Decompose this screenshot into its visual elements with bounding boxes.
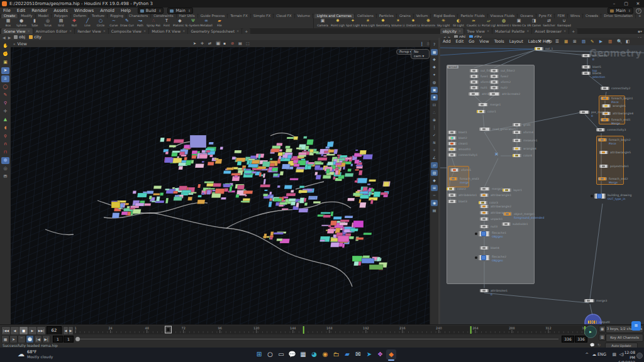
menu-windows[interactable]: Windows <box>71 8 97 14</box>
nav-back-icon[interactable]: ◀ <box>3 35 6 40</box>
shelf-tool-path[interactable]: ↝Path <box>133 18 147 28</box>
node-flag-left[interactable] <box>448 200 449 203</box>
scene-viewport[interactable]: Persp ▾No cam ▾ <box>11 47 430 324</box>
node-merge3[interactable] <box>584 299 594 302</box>
display-toggle-2[interactable]: ❖ <box>431 57 438 63</box>
menu-render[interactable]: Render <box>28 8 50 14</box>
chrome-icon[interactable]: ◉ <box>320 349 330 359</box>
node-flag-left[interactable] <box>480 187 481 190</box>
help-button[interactable]: ? <box>636 8 641 14</box>
close-tab-icon[interactable]: × <box>143 28 146 34</box>
telegram-icon[interactable]: ➤ <box>364 349 374 359</box>
photos-icon[interactable]: ❖ <box>375 349 386 359</box>
divider-handle-icon[interactable]: ┇ <box>421 41 423 46</box>
shelf-tab-crowds[interactable]: Crowds <box>583 14 601 18</box>
display-toggle-5[interactable]: ◍ <box>431 79 438 85</box>
node-blast5[interactable] <box>582 65 591 69</box>
node-flag-left[interactable] <box>479 128 480 131</box>
snapshot-icon[interactable]: ◧ <box>626 39 630 44</box>
node-building_drawing[interactable] <box>594 194 606 199</box>
display-toggle-15[interactable]: ∠ <box>431 155 438 161</box>
node-flag-left[interactable] <box>513 123 514 126</box>
list-view-icon[interactable]: ☰ <box>555 39 559 44</box>
node-flag-left[interactable] <box>535 47 536 50</box>
layout-icon[interactable]: ⛃ <box>1 173 9 180</box>
pose-tool-icon[interactable]: ϙ <box>1 133 9 140</box>
node-flag-left[interactable] <box>582 65 583 69</box>
pane-tab-composite-view[interactable]: Composite View× <box>109 28 148 34</box>
node-wrangle5[interactable] <box>602 104 611 107</box>
file-explorer-icon[interactable]: 🗀 <box>331 349 341 359</box>
shelf-tab-terrain-fx[interactable]: Terrain FX <box>228 14 250 18</box>
lasso-icon[interactable]: ◯ <box>1 84 9 90</box>
shelf-tool-stereo-camera[interactable]: ▣Stereo Camera <box>512 18 526 28</box>
node-flag-left[interactable] <box>479 255 480 260</box>
node-attribcreate2[interactable] <box>489 92 500 96</box>
shelf-tool-gamepad-camera[interactable]: ∪Gamepad Camera <box>557 18 571 28</box>
menu-assets[interactable]: Assets <box>50 8 71 14</box>
touch-keyboard-icon[interactable]: ▤ <box>613 352 616 357</box>
notification-toast-icon[interactable]: ≡ <box>631 321 641 331</box>
node-flag-left[interactable] <box>489 92 490 96</box>
node-flag-left[interactable] <box>598 177 599 180</box>
node-flag-left[interactable] <box>513 147 514 150</box>
node-null2[interactable] <box>490 86 499 89</box>
close-tab-icon[interactable]: × <box>458 28 461 34</box>
shelf-tool-volume-light[interactable]: ✶Volume Light <box>391 18 405 28</box>
build-tools-icon[interactable]: ⚒ <box>538 39 541 44</box>
export-icon[interactable]: ▥ <box>608 39 612 44</box>
dolly-tool-icon[interactable]: ▣ <box>1 59 9 66</box>
maximize-button[interactable]: ▢ <box>620 0 632 8</box>
shelf-tab-fem[interactable]: FEM <box>555 14 567 18</box>
pane-options-icon[interactable]: ▪▾ <box>638 29 642 33</box>
display-toggle-11[interactable]: ┆ <box>431 124 438 131</box>
shelf-tab-constraints[interactable]: Constraints <box>151 14 175 18</box>
tray-caret[interactable]: ^ <box>586 352 589 357</box>
edge-icon[interactable]: ◕ <box>309 349 319 359</box>
display-toggle-8[interactable]: ⊡ <box>431 102 438 108</box>
node-blast1[interactable] <box>448 131 457 134</box>
node-flag-left[interactable] <box>594 194 596 199</box>
node-wrangle4[interactable] <box>513 147 521 150</box>
shelf-tool-gi-light[interactable]: ◐GI Light <box>452 18 465 28</box>
shelf-tab-simple-fx[interactable]: Simple FX <box>251 14 273 18</box>
node-attribnoise1[interactable] <box>480 289 489 292</box>
node-flag-left[interactable] <box>480 289 481 292</box>
pane-tab-geometry-spreadsheet[interactable]: Geometry Spreadsheet× <box>188 28 242 34</box>
display-toggle-4[interactable]: ✦ <box>431 72 438 78</box>
node-flag-left[interactable] <box>598 138 599 141</box>
shelf-tool-platonic-solids[interactable]: ◆Platonic Solids <box>173 18 187 28</box>
shelf-tool-box[interactable]: ▦Box <box>1 18 15 28</box>
node-flag-left[interactable] <box>513 131 514 134</box>
shelf-tool-portal-light[interactable]: ▱Portal Light <box>482 18 496 28</box>
node-connectivity2[interactable] <box>601 87 609 90</box>
shelf-tab-grains[interactable]: Grains <box>397 14 413 18</box>
close-tab-icon[interactable]: × <box>526 28 529 34</box>
minimize-button[interactable]: – <box>608 0 620 8</box>
shelf-tab-wires[interactable]: Wires <box>568 14 582 18</box>
node-foreach_begin1[interactable] <box>601 97 609 100</box>
display-toggle-6[interactable]: ▣ <box>431 87 438 93</box>
node-sim_feed1[interactable] <box>582 54 591 57</box>
shelf-tab--[interactable]: + <box>636 14 644 18</box>
node-flag-right[interactable] <box>489 231 490 236</box>
node-flag-left[interactable] <box>480 211 481 214</box>
node-attribcreate1[interactable] <box>469 92 480 96</box>
shelf-tab-hair-utils[interactable]: Hair Utils <box>177 14 197 18</box>
view-tool-icon[interactable]: ✋ <box>1 43 9 50</box>
take-selector[interactable]: Main ⇕ <box>608 8 633 14</box>
nav-forward-icon[interactable]: ▶ <box>8 35 11 40</box>
shelf-tool-spray-paint[interactable]: ∴Spray Paint <box>147 18 160 28</box>
close-tab-icon[interactable]: × <box>182 28 185 34</box>
snap-icon[interactable]: ⇄ <box>208 41 211 45</box>
node-flag-left[interactable] <box>490 86 491 89</box>
shelf-tool-line[interactable]: ╱Line <box>80 18 94 28</box>
move-tool-icon[interactable]: ✛ <box>1 108 9 115</box>
node-flag-left[interactable] <box>582 72 583 75</box>
jump-icon[interactable]: ▶ <box>599 39 602 44</box>
node-xform5[interactable] <box>450 168 459 172</box>
pane-tab-animation-editor[interactable]: Animation Editor× <box>33 28 74 34</box>
shelf-tab-polygon[interactable]: Polygon <box>52 14 70 18</box>
shelf-tab-volume[interactable]: Volume <box>295 14 313 18</box>
node-flag-left[interactable] <box>599 165 601 168</box>
